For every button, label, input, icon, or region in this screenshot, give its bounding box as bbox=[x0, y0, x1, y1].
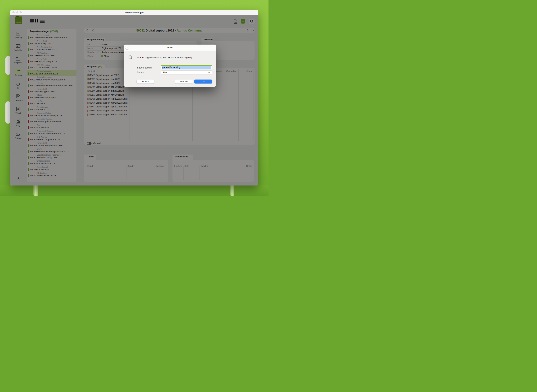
search-criteria-label: Søgekriterium: bbox=[137, 66, 152, 69]
app-window: Projektsamlinger Structure PDF + bbox=[10, 10, 258, 186]
wallpaper-leg bbox=[230, 186, 234, 196]
wallpaper-floor bbox=[0, 186, 269, 196]
chevron-down-icon bbox=[208, 72, 210, 73]
ok-button[interactable]: OK bbox=[194, 79, 212, 84]
search-icon bbox=[128, 55, 133, 60]
status-dropdown[interactable]: Alle bbox=[161, 70, 212, 74]
cancel-button[interactable]: Annuller bbox=[175, 79, 193, 84]
find-dialog-titlebar: × Find bbox=[124, 45, 216, 51]
find-dialog: × Find Indtast søgekriterium og klik OK … bbox=[124, 45, 216, 87]
status-label: Status: bbox=[137, 71, 144, 74]
desktop: Projektsamlinger Structure PDF + bbox=[0, 0, 269, 196]
modal-dim-overlay bbox=[10, 15, 258, 186]
search-criteria-input[interactable]: generalforsamling bbox=[161, 65, 212, 69]
window-titlebar[interactable]: Projektsamlinger bbox=[10, 10, 258, 15]
reset-button[interactable]: Nulstil bbox=[137, 79, 154, 84]
wallpaper-leg bbox=[33, 186, 38, 196]
find-dialog-title: Find bbox=[124, 46, 216, 49]
find-instruction: Indtast søgekriterium og klik OK for at … bbox=[137, 56, 193, 59]
window-title: Projektsamlinger bbox=[10, 11, 258, 14]
